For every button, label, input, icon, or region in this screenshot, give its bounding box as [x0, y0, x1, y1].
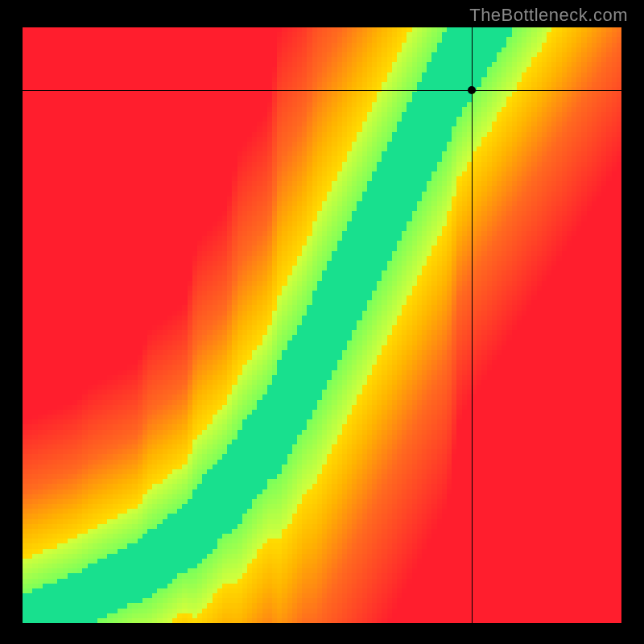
- data-point-marker: [468, 86, 476, 94]
- crosshair-vertical: [472, 27, 473, 623]
- heatmap-plot: [23, 27, 621, 623]
- heatmap-canvas: [23, 27, 621, 623]
- chart-frame: TheBottleneck.com: [0, 0, 644, 644]
- crosshair-horizontal: [23, 90, 621, 91]
- watermark-text: TheBottleneck.com: [469, 5, 628, 26]
